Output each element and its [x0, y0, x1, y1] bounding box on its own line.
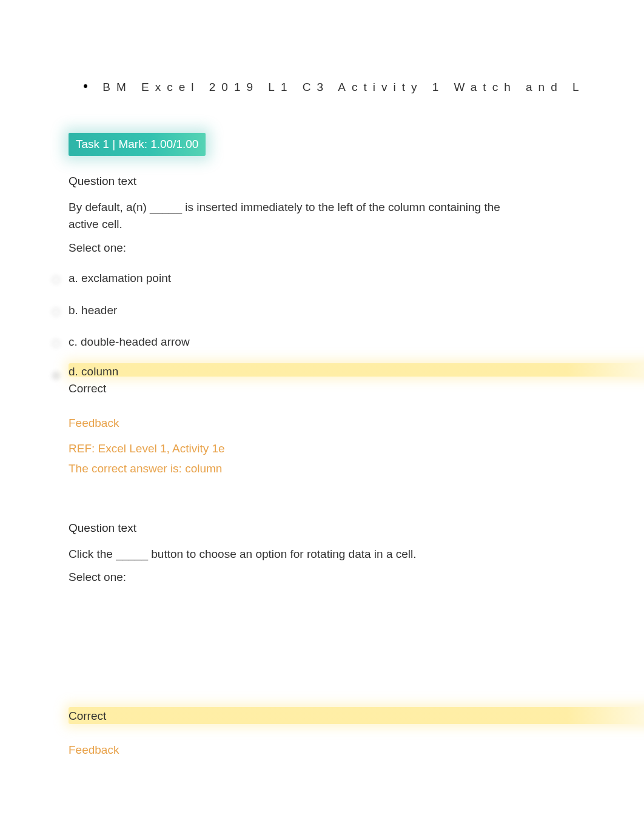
- breadcrumb: BM Excel 2019 L1 C3 Activity 1 Watch and…: [0, 30, 644, 133]
- select-one-label: Select one:: [69, 240, 620, 257]
- question-heading: Question text: [69, 520, 620, 537]
- select-one-label: Select one:: [69, 569, 620, 586]
- options-list: a. exclamation point b. header c. double…: [69, 263, 620, 398]
- question-1: Question text By default, a(n) _____ is …: [69, 173, 620, 477]
- svg-point-4: [53, 340, 60, 347]
- radio-icon[interactable]: [52, 272, 61, 281]
- svg-point-3: [55, 310, 58, 314]
- option-b[interactable]: b. header: [69, 295, 620, 327]
- feedback-ref: REF: Excel Level 1, Activity 1e: [69, 440, 620, 458]
- radio-icon[interactable]: [52, 368, 61, 377]
- question-body: By default, a(n) _____ is inserted immed…: [69, 199, 511, 233]
- option-label: d. column: [69, 363, 118, 381]
- question-heading: Question text: [69, 173, 620, 190]
- svg-point-5: [55, 342, 58, 346]
- radio-icon[interactable]: [52, 304, 61, 314]
- question-body: Click the _____ button to choose an opti…: [69, 546, 511, 563]
- radio-icon[interactable]: [52, 336, 61, 345]
- feedback-heading: Feedback: [69, 415, 620, 432]
- option-label: a. exclamation point: [69, 270, 171, 287]
- bullet-icon: [84, 84, 87, 88]
- breadcrumb-title[interactable]: BM Excel 2019 L1 C3 Activity 1 Watch and…: [102, 81, 585, 93]
- option-label: b. header: [69, 302, 117, 320]
- task-mark-badge: Task 1 | Mark: 1.00/1.00: [69, 133, 206, 156]
- page-root: BM Excel 2019 L1 C3 Activity 1 Watch and…: [0, 0, 644, 828]
- question-2: Question text Click the _____ button to …: [69, 520, 620, 759]
- option-c[interactable]: c. double-headed arrow: [69, 326, 620, 358]
- correct-row: Correct: [69, 708, 620, 725]
- correct-label: Correct: [69, 709, 106, 722]
- feedback-block: Feedback: [69, 742, 620, 759]
- selected-answer-highlight: d. column: [69, 363, 620, 381]
- svg-point-7: [55, 374, 58, 377]
- correct-label: Correct: [69, 380, 620, 398]
- option-d[interactable]: d. column Correct: [69, 358, 620, 398]
- svg-point-0: [53, 277, 60, 284]
- feedback-heading: Feedback: [69, 742, 620, 759]
- content-area: Task 1 | Mark: 1.00/1.00 Question text B…: [0, 133, 644, 759]
- feedback-answer: The correct answer is: column: [69, 460, 620, 478]
- option-label: c. double-headed arrow: [69, 334, 190, 351]
- feedback-block: Feedback REF: Excel Level 1, Activity 1e…: [69, 415, 620, 478]
- svg-point-1: [55, 278, 58, 282]
- option-a[interactable]: a. exclamation point: [69, 263, 620, 295]
- svg-point-2: [53, 308, 60, 315]
